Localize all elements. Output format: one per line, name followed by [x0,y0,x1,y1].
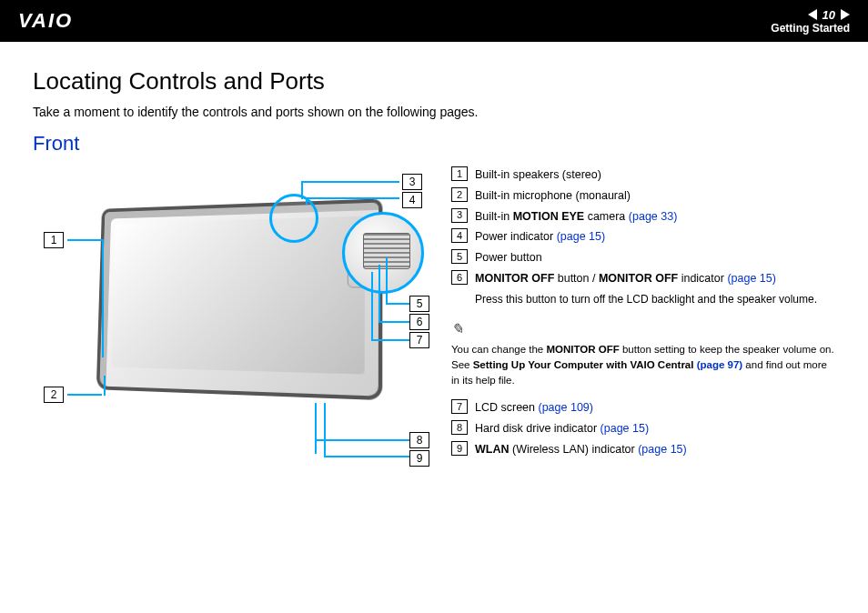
legend-item-3: 3 Built-in MOTION EYE camera (page 33) [451,208,835,226]
legend-num: 6 [451,270,468,285]
diagram: 1 2 3 4 5 6 7 8 9 [33,166,424,494]
page-link[interactable]: (page 15) [727,272,776,285]
legend-item-6: 6 MONITOR OFF button / MONITOR OFF indic… [451,270,835,287]
leader-line [378,265,380,323]
legend-text: Built-in microphone (monaural) [475,187,835,205]
page-number: 10 [823,8,835,22]
page-link[interactable]: (page 15) [638,443,687,456]
leader-line [371,339,409,341]
leader-line [386,257,388,305]
leader-line [324,456,409,457]
legend-num: 7 [451,399,468,414]
leader-line [315,403,317,454]
tip-text: You can change the MONITOR OFF button se… [451,342,835,389]
subsection-title: Front [33,132,835,156]
leader-line [306,197,308,205]
leader-line [67,239,102,241]
page-body: Locating Controls and Ports Take a momen… [0,42,868,512]
leader-line [378,321,409,323]
page-link[interactable]: (page 15) [557,230,606,243]
tip-block: ✎ You can change the MONITOR OFF button … [451,318,835,389]
legend-num: 8 [451,420,468,435]
page-link[interactable]: (page 15) [601,422,650,435]
leader-line [371,272,373,341]
legend: 1 Built-in speakers (stereo) 2 Built-in … [451,166,835,494]
legend-text: Built-in MOTION EYE camera (page 33) [475,208,835,226]
leader-line [386,303,409,305]
legend-text: Built-in speakers (stereo) [475,166,835,184]
callout-box-4: 4 [402,192,422,208]
legend-item-7: 7 LCD screen (page 109) [451,399,835,417]
legend-item-2: 2 Built-in microphone (monaural) [451,187,835,205]
page-link[interactable]: (page 33) [629,210,678,223]
leader-line [102,239,104,357]
callout-box-9: 9 [409,450,429,467]
leader-line [315,439,409,441]
monitor-screen [111,216,365,375]
vaio-logo: VAIO [18,9,73,33]
page-link[interactable]: (page 109) [538,401,592,414]
legend-text: WLAN (Wireless LAN) indicator (page 15) [475,441,835,458]
callout-box-8: 8 [409,432,429,448]
legend-text: LCD screen (page 109) [475,399,835,417]
side-panel-zoom-circle [342,212,424,294]
legend-text: MONITOR OFF button / MONITOR OFF indicat… [475,270,835,287]
callout-box-7: 7 [409,332,429,348]
legend-subnote: Press this button to turn off the LCD ba… [475,291,835,307]
monitor-illustration [96,198,383,400]
leader-line [67,394,102,396]
legend-text: Hard disk drive indicator (page 15) [475,420,835,437]
prev-page-arrow-icon[interactable] [808,9,817,20]
header-right: 10 Getting Started [771,8,850,35]
legend-item-9: 9 WLAN (Wireless LAN) indicator (page 15… [451,441,835,458]
page-link[interactable]: (page 97) [697,359,743,370]
callout-box-5: 5 [409,296,429,312]
pager: 10 [771,8,850,22]
legend-num: 1 [451,166,468,181]
callout-box-2: 2 [44,387,64,403]
legend-item-5: 5 Power button [451,249,835,266]
callout-box-6: 6 [409,314,429,330]
leader-line [301,181,303,199]
legend-item-8: 8 Hard disk drive indicator (page 15) [451,420,835,437]
legend-text: Power indicator (page 15) [475,228,835,246]
legend-text: Power button [475,249,835,266]
pencil-icon: ✎ [451,318,835,340]
legend-num: 2 [451,187,468,202]
legend-num: 5 [451,249,468,264]
callout-box-3: 3 [402,174,422,190]
header-bar: VAIO 10 Getting Started [0,0,868,42]
legend-item-1: 1 Built-in speakers (stereo) [451,166,835,184]
section-label: Getting Started [771,22,850,35]
leader-line [301,181,399,183]
legend-num: 4 [451,228,468,243]
intro-text: Take a moment to identify the controls a… [33,105,835,119]
legend-num: 9 [451,441,468,456]
camera-zoom-circle [269,194,318,243]
legend-item-4: 4 Power indicator (page 15) [451,228,835,246]
leader-line [104,376,106,396]
next-page-arrow-icon[interactable] [841,9,850,20]
leader-line [324,403,326,457]
page-title: Locating Controls and Ports [33,67,835,95]
callout-box-1: 1 [44,232,64,248]
legend-num: 3 [451,208,468,223]
leader-line [306,197,399,199]
